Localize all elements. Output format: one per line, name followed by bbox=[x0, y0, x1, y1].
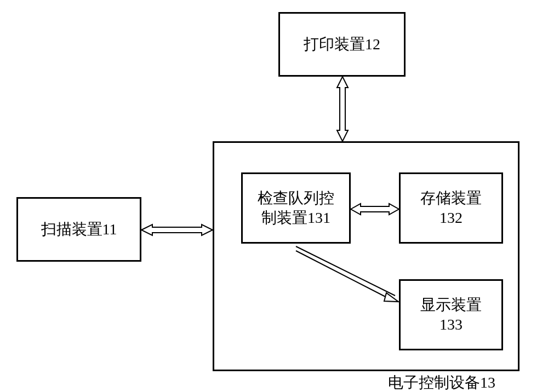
svg-marker-1 bbox=[141, 224, 213, 235]
scanner-label: 扫描装置11 bbox=[41, 220, 117, 239]
storage-label: 存储装置 132 bbox=[420, 188, 482, 228]
printer-box: 打印装置12 bbox=[278, 12, 406, 77]
queue-control-box: 检查队列控 制装置131 bbox=[241, 172, 351, 244]
queue-control-label: 检查队列控 制装置131 bbox=[258, 188, 334, 228]
scanner-box: 扫描装置11 bbox=[16, 197, 141, 262]
svg-marker-2 bbox=[351, 204, 399, 215]
electronic-control-label-container: 电子控制设备13 bbox=[388, 372, 495, 392]
display-box: 显示装置 133 bbox=[399, 279, 503, 350]
printer-label: 打印装置12 bbox=[304, 34, 380, 54]
arrow-scanner-to-controller bbox=[141, 219, 213, 241]
storage-box: 存储装置 132 bbox=[399, 172, 503, 244]
svg-line-4 bbox=[296, 246, 395, 296]
svg-line-5 bbox=[296, 251, 392, 300]
arrow-queue-to-storage bbox=[351, 198, 399, 220]
svg-marker-0 bbox=[337, 77, 348, 141]
display-label: 显示装置 133 bbox=[420, 295, 482, 335]
arrow-printer-to-controller bbox=[332, 77, 353, 141]
arrow-queue-to-display bbox=[293, 244, 403, 309]
electronic-control-label: 电子控制设备13 bbox=[388, 374, 495, 391]
